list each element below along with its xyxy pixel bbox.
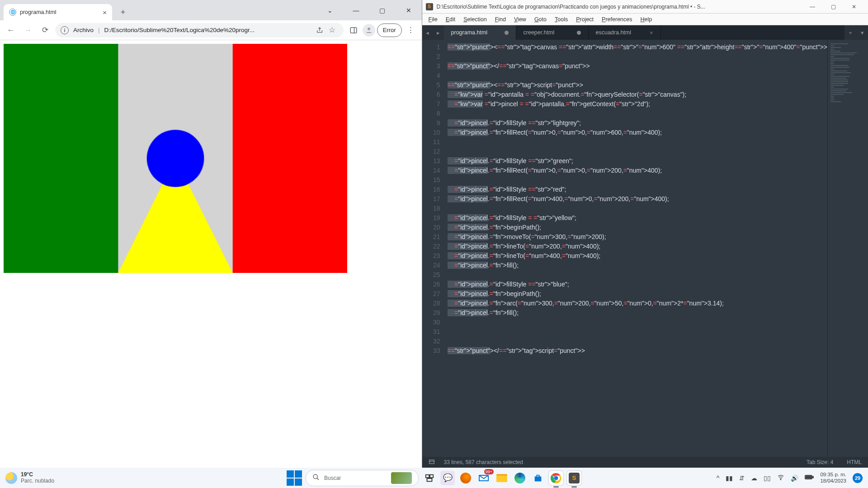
status-language[interactable]: HTML: [847, 459, 862, 465]
chrome-close-button[interactable]: ✕: [396, 0, 422, 20]
menu-preferences[interactable]: Preferences: [598, 15, 636, 24]
menu-edit[interactable]: Edit: [442, 15, 459, 24]
tab-close-icon[interactable]: ×: [650, 29, 653, 36]
tray-wifi-icon[interactable]: [777, 474, 784, 482]
editor-tab-label: creeper.html: [524, 29, 555, 36]
explorer-icon[interactable]: [495, 471, 509, 485]
chrome-tab-strip: 🌐 programa.html × + ⌄ — ▢ ✕: [0, 0, 422, 20]
sublime-tab-bar: ◂ ▸ programa.htmlcreeper.htmlescuadra.ht…: [422, 25, 868, 40]
chrome-window: 🌐 programa.html × + ⌄ — ▢ ✕ ← → ⟳ i Arch…: [0, 0, 422, 468]
editor-tab-creeper-html[interactable]: creeper.html: [516, 25, 589, 40]
menu-selection[interactable]: Selection: [460, 15, 490, 24]
profile-avatar[interactable]: [363, 24, 375, 37]
sublime-close-button[interactable]: ✕: [844, 0, 864, 14]
firefox-icon[interactable]: [458, 471, 473, 485]
sublime-minimize-button[interactable]: —: [802, 0, 823, 14]
taskbar-center: Buscar 💬 99+ S: [287, 470, 581, 486]
forward-button[interactable]: →: [21, 23, 35, 38]
editor-body[interactable]: 1234567891011121314151617181920212223242…: [422, 40, 868, 457]
address-bar[interactable]: i Archivo | D:/Escritorio/Sublime%20Text…: [55, 23, 344, 38]
chrome-caret-icon[interactable]: ⌄: [317, 0, 343, 20]
site-info-icon[interactable]: i: [61, 26, 69, 34]
windows-taskbar: 19°C Parc. nublado Buscar 💬 99+ S: [0, 468, 868, 488]
reload-button[interactable]: ⟳: [38, 23, 52, 38]
tray-volume-icon[interactable]: 🔊: [791, 474, 798, 482]
chrome-minimize-button[interactable]: —: [343, 0, 369, 20]
address-scheme: Archivo: [73, 27, 94, 33]
menu-tools[interactable]: Tools: [551, 15, 571, 24]
svg-rect-0: [350, 28, 357, 33]
clock-date: 18/04/2023: [820, 478, 846, 484]
back-button[interactable]: ←: [4, 23, 18, 38]
minimap[interactable]: [827, 40, 868, 457]
svg-point-11: [554, 476, 558, 480]
page-canvas: [4, 44, 347, 273]
menu-find[interactable]: Find: [491, 15, 509, 24]
editor-tab-label: programa.html: [451, 29, 488, 36]
menu-file[interactable]: File: [425, 15, 441, 24]
bookmark-icon[interactable]: ☆: [326, 23, 338, 38]
notification-count: 29: [855, 475, 860, 481]
sublime-maximize-button[interactable]: ▢: [823, 0, 844, 14]
store-icon[interactable]: [531, 471, 545, 485]
sublime-menu-bar: FileEditSelectionFindViewGotoToolsProjec…: [422, 14, 868, 25]
status-selection-icon: [429, 459, 435, 466]
tab-close-icon[interactable]: ×: [103, 9, 107, 16]
sublime-title-path: D:\Escritorio\Sublime Text\Logica de pro…: [437, 4, 798, 10]
taskbar-weather[interactable]: 19°C Parc. nublado: [5, 472, 54, 484]
tab-add-icon[interactable]: +: [844, 25, 856, 40]
menu-view[interactable]: View: [510, 15, 530, 24]
code-area[interactable]: =="str">"punct"><=="str">"tag">canvas ==…: [445, 40, 827, 457]
svg-point-2: [368, 28, 370, 30]
svg-line-6: [317, 478, 319, 480]
sublime-taskbar-icon[interactable]: S: [567, 471, 581, 485]
address-path: D:/Escritorio/Sublime%20Text/Logica%20de…: [104, 27, 255, 33]
weather-icon: [5, 472, 17, 484]
page-viewport: [0, 40, 422, 468]
menu-goto[interactable]: Goto: [531, 15, 550, 24]
new-tab-button[interactable]: +: [117, 6, 129, 19]
svg-rect-8: [430, 474, 433, 477]
modified-dot-icon: [505, 31, 509, 35]
svg-rect-14: [812, 476, 814, 478]
tab-dropdown-icon[interactable]: ▾: [856, 25, 868, 40]
start-button[interactable]: [287, 470, 302, 486]
editor-tab-escuadra-html[interactable]: escuadra.html×: [589, 25, 661, 40]
sublime-status-bar: 33 lines, 587 characters selected Tab Si…: [422, 457, 868, 468]
taskbar-search[interactable]: Buscar: [306, 470, 419, 486]
tray-battery-icon[interactable]: [805, 474, 814, 482]
tray-app1-icon[interactable]: ▮▮: [726, 474, 733, 482]
tray-chevron-icon[interactable]: ^: [717, 474, 720, 482]
chrome-menu-button[interactable]: ⋮: [404, 23, 418, 38]
edge-icon[interactable]: [513, 471, 527, 485]
menu-help[interactable]: Help: [637, 15, 656, 24]
editor-tab-label: escuadra.html: [596, 29, 632, 36]
taskbar-clock[interactable]: 09:35 p. m. 18/04/2023: [820, 472, 846, 483]
chrome-toolbar: ← → ⟳ i Archivo | D:/Escritorio/Sublime%…: [0, 20, 422, 40]
mail-icon[interactable]: 99+: [476, 471, 491, 485]
tab-nav-next-icon[interactable]: ▸: [433, 25, 444, 40]
teams-icon[interactable]: 💬: [440, 471, 455, 485]
sublime-logo-icon: S: [426, 3, 433, 10]
chrome-taskbar-icon[interactable]: [549, 471, 563, 485]
tray-app3-icon[interactable]: ▯▯: [764, 474, 771, 482]
chrome-maximize-button[interactable]: ▢: [369, 0, 396, 20]
chrome-tab-title: programa.html: [20, 9, 57, 15]
chrome-window-controls: ⌄ — ▢ ✕: [317, 0, 422, 20]
error-chip[interactable]: Error: [377, 23, 402, 37]
clock-time: 09:35 p. m.: [820, 472, 846, 478]
share-icon[interactable]: [314, 23, 326, 38]
editor-tab-programa-html[interactable]: programa.html: [444, 25, 516, 40]
modified-dot-icon: [577, 31, 581, 35]
status-tabsize[interactable]: Tab Size: 4: [807, 459, 833, 465]
tab-nav-prev-icon[interactable]: ◂: [422, 25, 433, 40]
tray-app2-icon[interactable]: ⇵: [739, 474, 745, 482]
sublime-titlebar: S D:\Escritorio\Sublime Text\Logica de p…: [422, 0, 868, 14]
chrome-tab-active[interactable]: 🌐 programa.html ×: [4, 4, 112, 20]
notification-badge[interactable]: 29: [853, 473, 863, 483]
status-selection-text: 33 lines, 587 characters selected: [444, 459, 523, 465]
task-view-icon[interactable]: [422, 471, 437, 485]
menu-project[interactable]: Project: [572, 15, 597, 24]
tray-onedrive-icon[interactable]: ☁: [751, 474, 757, 482]
sidepanel-icon[interactable]: [346, 23, 361, 38]
